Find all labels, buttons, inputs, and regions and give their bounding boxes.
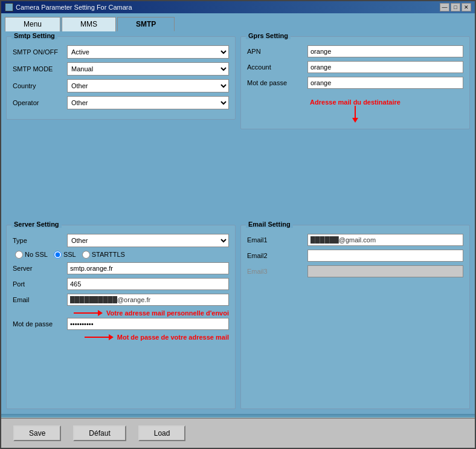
smtp-onoff-label: SMTP ON/OFF <box>13 48 67 56</box>
server-setting-group: Server Setting Type Other Gmail Yahoo <box>6 225 236 410</box>
smtp-country-label: Country <box>13 82 67 89</box>
main-window: Camera Parameter Setting For Camara — □ … <box>0 0 476 449</box>
gprs-account-label: Account <box>247 63 307 71</box>
server-password-row: Mot de passe <box>13 318 229 330</box>
email3-input <box>307 265 463 277</box>
email2-row: Email2 <box>247 250 463 262</box>
gprs-setting-title: Gprs Setting <box>246 32 291 39</box>
server-type-row: Type Other Gmail Yahoo <box>13 234 229 247</box>
tab-smtp[interactable]: SMTP <box>117 17 175 31</box>
server-host-label: Server <box>13 265 67 272</box>
password-annotation-text: Mot de passe de votre adresse mail <box>117 334 229 341</box>
gprs-annotation-block: Adresse mail du destinataire <box>247 99 463 123</box>
restore-button[interactable]: □ <box>451 3 460 11</box>
tab-menu[interactable]: Menu <box>5 17 60 31</box>
server-setting-title: Server Setting <box>11 221 62 228</box>
smtp-operator-select[interactable]: Other Orange SFR <box>67 96 229 109</box>
smtp-operator-row: Operator Other Orange SFR <box>13 96 229 109</box>
gprs-password-label: Mot de passe <box>247 79 307 86</box>
email-arrow-line <box>74 312 98 314</box>
server-host-input[interactable] <box>67 262 229 274</box>
arrow-down-icon <box>352 118 358 123</box>
bottom-bar: Save Défaut Load <box>1 418 475 448</box>
smtp-operator-label: Operator <box>13 99 67 106</box>
email3-label: Email3 <box>247 268 307 275</box>
smtp-setting-title: Smtp Setting <box>11 32 57 39</box>
server-email-input[interactable] <box>67 294 229 306</box>
gprs-panel: Gprs Setting APN Account Mot de passe <box>240 36 470 221</box>
password-arrow-tip <box>109 334 114 340</box>
email3-row: Email3 <box>247 265 463 277</box>
gprs-password-row: Mot de passe <box>247 77 463 89</box>
smtp-mode-row: SMTP MODE Manual Auto <box>13 62 229 76</box>
email-setting-group: Email Setting Email1 Email2 Email3 <box>240 225 470 410</box>
password-arrow-line <box>85 337 109 338</box>
app-icon <box>5 3 13 11</box>
email1-row: Email1 <box>247 234 463 246</box>
close-button[interactable]: ✕ <box>462 3 471 11</box>
ssl-radio[interactable] <box>54 251 62 259</box>
gprs-setting-group: Gprs Setting APN Account Mot de passe <box>240 36 470 129</box>
email-annotation-text: Votre adresse mail personnelle d'envoi <box>106 309 229 317</box>
window-title: Camera Parameter Setting For Camara <box>16 4 132 11</box>
server-email-label: Email <box>13 296 67 303</box>
password-annotation: Mot de passe de votre adresse mail <box>13 334 229 341</box>
smtp-country-select[interactable]: Other France USA <box>67 79 229 92</box>
gprs-apn-row: APN <box>247 45 463 57</box>
server-port-input[interactable] <box>67 278 229 290</box>
smtp-panel: Smtp Setting SMTP ON/OFF Active Inactive… <box>6 36 236 221</box>
gprs-apn-label: APN <box>247 48 307 55</box>
bottom-row: Server Setting Type Other Gmail Yahoo <box>6 225 470 410</box>
ssl-options-row: No SSL SSL STARTTLS <box>13 251 229 259</box>
server-password-container: Mot de passe Mot de passe de votre adres… <box>13 318 229 341</box>
email-arrow-tip <box>98 310 103 316</box>
save-button[interactable]: Save <box>13 425 61 441</box>
top-row: Smtp Setting SMTP ON/OFF Active Inactive… <box>6 36 470 221</box>
smtp-country-row: Country Other France USA <box>13 79 229 92</box>
load-button[interactable]: Load <box>138 425 186 441</box>
no-ssl-option[interactable]: No SSL <box>15 251 48 259</box>
email1-input[interactable] <box>307 234 463 246</box>
minimize-button[interactable]: — <box>440 3 449 11</box>
tab-mms[interactable]: MMS <box>62 17 116 31</box>
server-host-row: Server <box>13 262 229 274</box>
smtp-mode-select[interactable]: Manual Auto <box>67 62 229 76</box>
smtp-onoff-row: SMTP ON/OFF Active Inactive <box>13 45 229 59</box>
email1-label: Email1 <box>247 236 307 244</box>
title-bar: Camera Parameter Setting For Camara — □ … <box>1 1 475 13</box>
server-email-container: Email Votre adresse mail personnelle d'e… <box>13 294 229 317</box>
smtp-setting-group: Smtp Setting SMTP ON/OFF Active Inactive… <box>6 36 236 120</box>
server-type-label: Type <box>13 237 67 244</box>
ssl-option[interactable]: SSL <box>54 251 76 259</box>
tab-bar: Menu MMS SMTP <box>1 13 475 31</box>
starttls-radio[interactable] <box>82 251 90 259</box>
main-content: Smtp Setting SMTP ON/OFF Active Inactive… <box>1 31 475 414</box>
email-setting-title: Email Setting <box>246 221 293 228</box>
no-ssl-radio[interactable] <box>15 251 23 259</box>
smtp-onoff-select[interactable]: Active Inactive <box>67 45 229 59</box>
starttls-option[interactable]: STARTTLS <box>82 251 125 259</box>
title-bar-left: Camera Parameter Setting For Camara <box>5 3 132 11</box>
email-panel: Email Setting Email1 Email2 Email3 <box>240 225 470 410</box>
smtp-mode-label: SMTP MODE <box>13 65 67 73</box>
gprs-password-input[interactable] <box>307 77 463 89</box>
default-button[interactable]: Défaut <box>73 425 126 441</box>
server-port-label: Port <box>13 280 67 288</box>
gprs-apn-input[interactable] <box>307 45 463 57</box>
email-annotation: Votre adresse mail personnelle d'envoi <box>13 309 229 317</box>
server-email-row: Email <box>13 294 229 306</box>
v-line-icon <box>355 106 356 118</box>
server-type-select[interactable]: Other Gmail Yahoo <box>67 234 229 247</box>
email2-input[interactable] <box>307 250 463 262</box>
gprs-account-input[interactable] <box>307 61 463 73</box>
server-port-row: Port <box>13 278 229 290</box>
email2-label: Email2 <box>247 252 307 259</box>
server-password-input[interactable] <box>67 318 229 330</box>
title-bar-buttons: — □ ✕ <box>440 3 471 11</box>
gprs-account-row: Account <box>247 61 463 73</box>
server-panel: Server Setting Type Other Gmail Yahoo <box>6 225 236 410</box>
gprs-annotation-text: Adresse mail du destinataire <box>247 99 463 106</box>
server-password-label: Mot de passe <box>13 320 67 328</box>
